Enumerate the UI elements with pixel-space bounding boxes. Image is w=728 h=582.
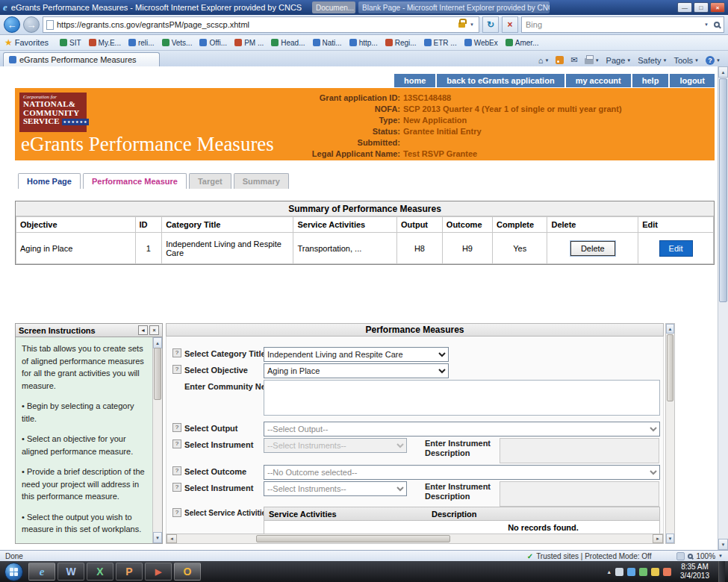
print-button[interactable]: ▼ — [585, 56, 600, 64]
favorite-link[interactable]: Amer... — [502, 36, 543, 49]
outcome-select[interactable]: --No Outcome selected-- — [264, 465, 660, 480]
update-icon[interactable] — [651, 568, 659, 576]
message-icon[interactable] — [663, 568, 671, 576]
nav-home-button[interactable]: home — [394, 74, 435, 87]
minimize-button[interactable]: — — [677, 2, 692, 13]
tab-performance-measure[interactable]: Performance Measure — [83, 173, 187, 189]
back-button[interactable]: ← — [4, 16, 20, 33]
scroll-right-icon[interactable]: ► — [653, 534, 663, 543]
favorite-link[interactable]: My.E... — [85, 36, 125, 49]
outcome-instrument-description-textarea[interactable] — [500, 481, 659, 507]
browser-scrollbar[interactable]: ▲ ▼ — [718, 66, 728, 550]
scroll-up-icon[interactable]: ▲ — [666, 324, 674, 334]
help-icon[interactable]: ? — [172, 348, 181, 357]
help-icon[interactable]: ? — [172, 483, 181, 492]
output-select[interactable]: --Select Output-- — [264, 422, 660, 436]
maximize-button[interactable]: □ — [694, 2, 709, 13]
nav-my-account-button[interactable]: my account — [566, 74, 631, 87]
outlook-taskbar-icon[interactable]: O — [174, 563, 201, 581]
outcome-instrument-select[interactable]: --Select Instruments-- — [264, 481, 407, 496]
tools-menu[interactable]: Tools▼ — [673, 56, 699, 65]
search-dropdown-icon[interactable]: ▼ — [703, 22, 710, 27]
favorite-link[interactable]: Vets... — [158, 36, 196, 49]
favorite-link[interactable]: WebEx — [461, 36, 502, 49]
close-button[interactable]: × — [710, 2, 725, 13]
clock[interactable]: 8:35 AM 3/4/2013 — [675, 563, 715, 581]
category-title-select[interactable]: Independent Living and Respite Care — [264, 347, 449, 362]
shield-icon[interactable] — [639, 568, 647, 576]
form-horizontal-scrollbar[interactable]: ◄ ► — [166, 534, 664, 544]
help-icon[interactable]: ? — [172, 439, 181, 448]
collapse-icon[interactable]: ◄ — [138, 325, 148, 335]
scrollbar-thumb[interactable] — [256, 535, 450, 542]
delete-button[interactable]: Delete — [570, 241, 615, 256]
start-button[interactable] — [4, 563, 23, 581]
favorite-link[interactable]: http... — [346, 36, 382, 49]
favorite-label: reli... — [138, 39, 155, 47]
favorite-link[interactable]: PM ... — [231, 36, 267, 49]
community-need-textarea[interactable] — [264, 380, 660, 416]
background-window-title[interactable]: Documen... — [312, 1, 355, 13]
feeds-button[interactable] — [556, 56, 564, 64]
help-icon[interactable]: ? — [172, 508, 181, 517]
safety-menu[interactable]: Safety▼ — [638, 56, 667, 65]
tab-summary: Summary — [234, 173, 289, 189]
instructions-scrollbar[interactable]: ▲ ▼ — [152, 337, 162, 543]
address-input[interactable]: https://egrants.cns.gov/egrantsPM/page_s… — [43, 16, 479, 33]
scroll-up-icon[interactable]: ▲ — [718, 66, 728, 78]
favorite-link[interactable]: Head... — [267, 36, 308, 49]
network-icon[interactable] — [627, 568, 635, 576]
scroll-down-icon[interactable]: ▼ — [666, 534, 674, 543]
refresh-button[interactable]: ↻ — [482, 16, 499, 33]
favorites-star-icon[interactable]: ★ — [4, 37, 13, 48]
close-icon[interactable]: × — [149, 325, 159, 335]
form-vertical-scrollbar[interactable]: ▲ ▼ — [665, 323, 675, 544]
favorite-link[interactable]: Offi... — [196, 36, 231, 49]
page-view-icon[interactable] — [676, 552, 685, 560]
help-icon[interactable]: ? — [172, 365, 181, 374]
favorites-button[interactable]: Favorites — [15, 38, 49, 47]
background-window[interactable]: Blank Page - Microsoft Internet Explorer… — [358, 1, 550, 13]
scrollbar-thumb[interactable] — [719, 78, 727, 302]
show-desktop-button[interactable] — [718, 561, 725, 582]
page-menu[interactable]: Page▼ — [606, 56, 632, 65]
browser-tab[interactable]: eGrants Performance Measures — [3, 52, 160, 66]
action-center-icon[interactable] — [615, 568, 623, 576]
scroll-down-icon[interactable]: ▼ — [153, 532, 162, 543]
favorite-link[interactable]: SIT — [56, 36, 85, 49]
caret-icon[interactable]: ▼ — [718, 554, 723, 558]
nav-back-to-egrants-button[interactable]: back to eGrants application — [437, 74, 564, 87]
media-player-taskbar-icon[interactable]: ▶ — [145, 563, 172, 581]
nav-logout-button[interactable]: logout — [670, 74, 715, 87]
read-mail-button[interactable]: ✉ — [570, 55, 577, 65]
help-icon[interactable]: ? — [172, 423, 181, 432]
word-taskbar-icon[interactable]: W — [57, 563, 84, 581]
home-button[interactable]: ⌂▼ — [538, 56, 550, 65]
forward-button[interactable]: → — [23, 16, 40, 33]
scroll-up-icon[interactable]: ▲ — [153, 337, 162, 348]
objective-select[interactable]: Aging in Place — [264, 363, 449, 378]
scroll-left-icon[interactable]: ◄ — [167, 534, 177, 543]
edit-button[interactable]: Edit — [659, 240, 693, 257]
scrollbar-thumb[interactable] — [154, 348, 161, 400]
url-dropdown-icon[interactable]: ▼ — [468, 22, 476, 27]
stop-button[interactable]: × — [502, 16, 518, 33]
help-icon[interactable]: ? — [172, 466, 181, 475]
search-icon[interactable] — [714, 22, 720, 28]
tab-home-page[interactable]: Home Page — [18, 173, 81, 189]
nav-help-button[interactable]: help — [632, 74, 669, 87]
internet-explorer-taskbar-icon[interactable]: e — [28, 563, 55, 581]
scrollbar-thumb[interactable] — [667, 334, 673, 401]
lock-icon[interactable] — [458, 22, 465, 28]
powerpoint-taskbar-icon[interactable]: P — [116, 563, 143, 581]
favorite-link[interactable]: Nati... — [309, 36, 346, 49]
help-button[interactable]: ?▼ — [706, 56, 721, 65]
favorite-link[interactable]: ETR ... — [420, 36, 461, 49]
excel-taskbar-icon[interactable]: X — [87, 563, 113, 581]
tray-expand-icon[interactable]: ▲ — [606, 569, 612, 575]
favorite-link[interactable]: reli... — [125, 36, 158, 49]
favorite-link[interactable]: Regi... — [382, 36, 420, 49]
zoom-control[interactable]: 100% ▼ — [676, 552, 723, 560]
scroll-down-icon[interactable]: ▼ — [718, 539, 728, 550]
search-input[interactable]: Bing ▼ — [521, 16, 724, 33]
